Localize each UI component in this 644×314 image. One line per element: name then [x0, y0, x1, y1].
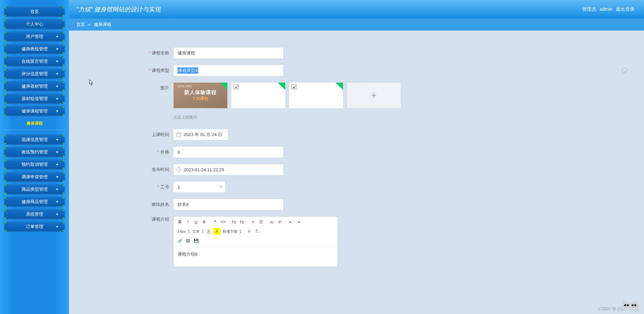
svg-point-8 — [629, 303, 639, 311]
image-thumb-1[interactable]: VERCORE 新人体验课程 3 次课包 — [173, 82, 228, 108]
indent-button[interactable]: ⇥ — [295, 219, 302, 225]
sidebar-item-label: 健身课程管理 — [22, 108, 48, 114]
sidebar-item-menu-group-1-0[interactable]: 首页 — [4, 7, 65, 17]
chevron-down-icon — [56, 201, 59, 203]
clear-format-button[interactable]: Tₓ — [254, 228, 261, 235]
sidebar-item-label: 评分信息管理 — [22, 71, 48, 77]
chevron-down-icon — [56, 164, 59, 166]
form-panel: *课程名称 *课程类型 课程类型8 ⌄ 图片 — [69, 34, 644, 280]
chevron-down-icon — [56, 86, 59, 87]
breadcrumb-home[interactable]: 首页 — [76, 21, 85, 28]
user-role: 管理员 — [582, 6, 596, 12]
sidebar-item-label: 健身教练管理 — [22, 46, 48, 52]
image-thumb-2[interactable] — [231, 82, 286, 108]
sidebar-item-menu-group-1-2[interactable]: 用户管理 — [4, 32, 65, 42]
job-no-select[interactable]: 1 — [173, 181, 226, 193]
logout-link[interactable]: 退出登录 — [616, 6, 635, 12]
clock-icon — [176, 167, 181, 172]
svg-marker-9 — [622, 299, 626, 303]
course-type-input[interactable]: 课程类型8 — [173, 65, 283, 76]
sidebar-item-label: 首页 — [30, 9, 39, 15]
sub-button[interactable]: x₂ — [268, 219, 275, 225]
sidebar-item-label: 在线留言管理 — [22, 58, 48, 64]
sidebar-item-menu-group-2-2[interactable]: 预约取消管理 — [4, 160, 65, 170]
sidebar-item-menu-group-2-5[interactable]: 健身商品管理 — [4, 197, 65, 207]
ol-button[interactable]: ≡ — [249, 219, 257, 225]
sidebar: 首页个人中心用户管理健身教练管理在线留言管理评分信息管理健身器材管理器材租借管理… — [0, 0, 69, 314]
font-size-select[interactable]: 14px▴▾ — [176, 228, 190, 235]
chevron-down-icon — [219, 186, 222, 188]
coach-name-input[interactable] — [173, 199, 283, 210]
editor-content[interactable]: 课程介绍8 — [174, 246, 338, 267]
sidebar-item-label: 调课申请管理 — [22, 174, 48, 180]
h1-button[interactable]: H₁ — [230, 219, 238, 225]
sidebar-item-menu-group-2-6[interactable]: 系统管理 — [4, 209, 65, 219]
course-name-input[interactable] — [173, 47, 283, 59]
quote-button[interactable]: ❝ — [211, 219, 219, 225]
outdent-button[interactable]: ⇤ — [287, 219, 294, 225]
label-price: *价格 — [72, 146, 173, 155]
header-user-area: 管理员 admin 退出登录 — [582, 6, 637, 12]
sidebar-item-label: 选课信息管理 — [22, 137, 48, 143]
ul-button[interactable]: ☰ — [257, 219, 265, 225]
sidebar-item-menu-group-2-4[interactable]: 商品类型管理 — [4, 184, 65, 194]
strike-button[interactable]: S — [200, 219, 208, 225]
image-upload-button[interactable]: + — [347, 82, 401, 108]
chevron-down-icon — [56, 36, 59, 38]
sidebar-item-menu-group-1-5[interactable]: 评分信息管理 — [4, 69, 65, 79]
save-button[interactable]: 💾 — [192, 237, 200, 244]
underline-button[interactable]: U — [192, 219, 200, 225]
calendar-icon — [176, 132, 181, 137]
sidebar-item-menu-group-2-1[interactable]: 教练预约管理 — [4, 147, 65, 157]
sidebar-item-menu-group-2-7[interactable]: 订单管理 — [4, 222, 65, 232]
align-button[interactable]: ≡ — [245, 228, 253, 235]
label-course-type: *课程类型 — [72, 65, 173, 74]
sidebar-item-menu-group-2-3[interactable]: 调课申请管理 — [4, 172, 65, 182]
breadcrumb: 首页 ≡ 健身课程 — [69, 18, 644, 31]
broken-image-icon — [233, 85, 239, 89]
text-color-button[interactable]: A — [205, 228, 213, 235]
sidebar-item-menu-group-1-3[interactable]: 健身教练管理 — [4, 44, 65, 54]
sidebar-item-menu-group-1-8[interactable]: 健身课程管理 — [4, 106, 65, 116]
svg-point-11 — [624, 304, 626, 306]
svg-line-6 — [179, 170, 180, 170]
publish-time-input[interactable]: 2023-01-24 11:21:25 — [173, 164, 283, 175]
sidebar-item-label: 用户管理 — [26, 34, 43, 40]
h2-button[interactable]: H₂ — [238, 219, 246, 225]
svg-point-13 — [632, 304, 634, 306]
sidebar-item-menu-group-1-6[interactable]: 健身器材管理 — [4, 81, 65, 91]
class-time-input[interactable]: 2023 年 01 月 24 日 — [173, 129, 228, 140]
header: “力炫” 健身馆网站的设计与实现 管理员 admin 退出登录 — [69, 0, 644, 18]
breadcrumb-current: 健身课程 — [94, 21, 111, 28]
sidebar-item-label: 预约取消管理 — [22, 162, 48, 168]
code-button[interactable]: </> — [219, 219, 227, 225]
mascot-icon — [620, 297, 639, 311]
sidebar-item-menu-group-1-1[interactable]: 个人中心 — [4, 19, 65, 29]
price-input[interactable] — [173, 146, 283, 158]
sup-button[interactable]: x² — [276, 219, 283, 225]
info-icon[interactable]: ⌄ — [622, 68, 627, 73]
font-family-select[interactable]: 标准字体▴▾ — [221, 228, 242, 235]
paragraph-select[interactable]: 文本▴▾ — [191, 228, 204, 235]
label-course-intro: 课程介绍 — [72, 216, 173, 222]
italic-button[interactable]: I — [184, 219, 192, 225]
sidebar-item-label: 个人中心 — [26, 21, 43, 27]
image-thumb-3[interactable] — [289, 82, 343, 108]
sidebar-item-menu-group-2-0[interactable]: 选课信息管理 — [4, 135, 65, 145]
chevron-down-icon — [56, 98, 59, 100]
image-button[interactable]: 🖼 — [184, 237, 192, 244]
plus-icon: + — [371, 90, 377, 101]
sidebar-item-menu-group-1-7[interactable]: 器材租借管理 — [4, 94, 65, 104]
sidebar-item-label: 器材租借管理 — [22, 96, 48, 102]
link-button[interactable]: 🔗 — [176, 237, 184, 244]
bg-color-button[interactable]: A — [213, 228, 221, 235]
sidebar-active-submenu[interactable]: 健身课程 — [4, 119, 65, 130]
chevron-down-icon — [56, 61, 59, 62]
sidebar-item-menu-group-1-4[interactable]: 在线留言管理 — [4, 56, 65, 66]
svg-marker-10 — [634, 299, 637, 303]
chevron-down-icon — [56, 226, 59, 228]
rich-text-editor[interactable]: B I U S ❝ </> H₁ H₂ ≡ ☰ — [173, 216, 338, 267]
label-course-name: *课程名称 — [72, 47, 173, 56]
bold-button[interactable]: B — [176, 219, 184, 225]
user-name: admin — [600, 6, 612, 12]
